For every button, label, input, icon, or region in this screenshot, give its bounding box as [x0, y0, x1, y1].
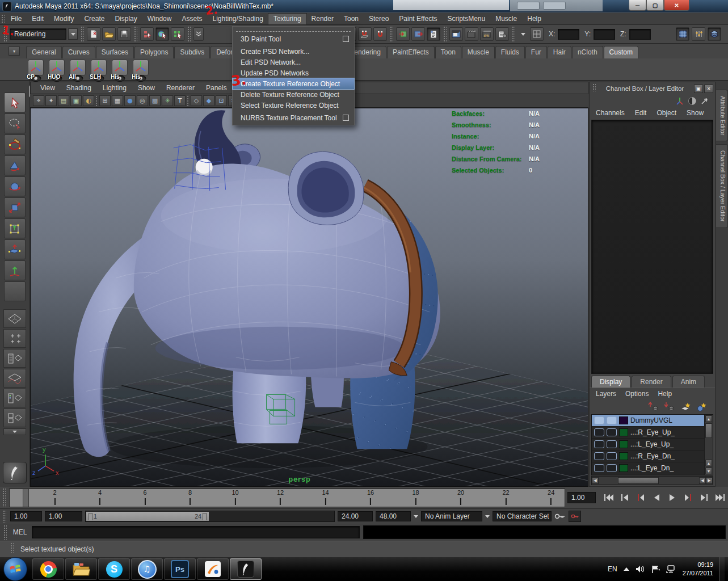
network-icon[interactable] — [666, 565, 676, 573]
action-center-flag-icon[interactable] — [651, 565, 660, 573]
layer-visibility-toggle[interactable] — [594, 416, 604, 424]
show-manipulator-tool[interactable] — [4, 260, 26, 280]
character-set-field[interactable]: No Character Set — [493, 511, 552, 521]
playback-options-dropdown-icon[interactable] — [414, 515, 418, 518]
layer-editor-menu-item[interactable]: Layers — [592, 389, 620, 398]
tray-expand-icon[interactable] — [624, 567, 629, 571]
layer-horizontal-scrollbar[interactable]: ◀ ◀ ▶ — [591, 476, 713, 485]
texturing-menu-item[interactable]: Delete Texture Reference Object — [233, 89, 354, 100]
layer-color-swatch[interactable] — [619, 428, 628, 436]
layer-editor-menu-item[interactable]: Help — [654, 389, 676, 398]
select-tool[interactable] — [4, 92, 26, 112]
menu-item[interactable]: Display — [110, 14, 142, 24]
step-forward-key-button[interactable] — [681, 491, 695, 504]
menu-tearoff-handle[interactable] — [236, 28, 351, 32]
command-language-label[interactable]: MEL — [11, 528, 28, 536]
group-grip-6[interactable] — [512, 26, 515, 42]
play-forwards-button[interactable] — [665, 491, 679, 504]
maximize-button[interactable]: ▢ — [646, 0, 664, 11]
show-desktop-button[interactable] — [719, 557, 725, 581]
range-bar[interactable]: 1 24 — [86, 512, 209, 521]
grid-icon[interactable]: ⊞ — [99, 95, 111, 106]
texturing-menu-item[interactable]: Select Texture Reference Object — [233, 100, 354, 111]
viewport-canvas[interactable]: y x z persp Backfaces: N/A Smoothness: N… — [30, 108, 588, 487]
command-result[interactable] — [363, 525, 726, 539]
shelf-tab[interactable]: Surfaces — [96, 46, 134, 58]
scroll-thumb[interactable] — [705, 423, 712, 438]
shelf-item-all[interactable]: All — [68, 60, 87, 79]
layout-more-dropdown[interactable] — [3, 428, 26, 435]
go-to-end-button[interactable] — [713, 491, 727, 504]
taskbar-app-skype[interactable]: S — [98, 558, 130, 580]
rangeslider-grip[interactable] — [3, 510, 6, 523]
scroll-right-icon[interactable]: ▶ — [706, 477, 713, 484]
menu-item[interactable]: Stereo — [364, 14, 394, 24]
volume-icon[interactable] — [636, 565, 645, 573]
layer-editor-tab[interactable]: Anim — [672, 376, 705, 388]
save-scene-button[interactable] — [117, 27, 131, 41]
hscroll-thumb[interactable] — [618, 477, 659, 484]
layer-editor-tab[interactable]: Display — [591, 376, 630, 388]
isolate-select-icon[interactable]: ◇ — [191, 95, 202, 106]
step-back-key-button[interactable] — [633, 491, 647, 504]
panel-close-icon[interactable]: ✕ — [704, 85, 713, 93]
snap-to-planes-icon[interactable] — [358, 27, 372, 41]
panel-float-icon[interactable]: ▣ — [694, 85, 703, 93]
channel-box-menu-item[interactable]: Show — [683, 108, 708, 117]
paint-selection-tool[interactable] — [4, 134, 26, 154]
camera-attributes-icon[interactable]: ✦ — [45, 95, 57, 106]
texturing-menu-item[interactable]: Create PSD Network... — [233, 46, 354, 57]
option-box-icon[interactable] — [343, 36, 349, 42]
subdiv-preview-icon[interactable]: ⊡ — [216, 95, 227, 106]
shelf-item-slh[interactable]: SLH — [89, 60, 108, 79]
bookmark-icon[interactable]: ▤ — [58, 95, 69, 106]
wireframe-mode-icon[interactable]: ◎ — [137, 95, 148, 106]
channel-box-menu-item[interactable]: Edit — [631, 108, 651, 117]
select-object-icon[interactable] — [155, 27, 169, 41]
xray-icon[interactable]: ▩ — [149, 95, 161, 106]
universal-manipulator-tool[interactable] — [4, 218, 26, 238]
auto-keyframe-toggle[interactable] — [569, 511, 581, 522]
shelf-item-his-2[interactable]: His — [131, 60, 150, 79]
layer-editor-tab[interactable]: Render — [632, 376, 671, 388]
y-input[interactable] — [594, 29, 615, 40]
layout-graph-editor[interactable] — [3, 369, 26, 388]
menu-item[interactable]: Texturing — [268, 14, 306, 24]
sidebar-vertical-tab[interactable]: Attribute Editor — [716, 90, 728, 141]
sidebar-vertical-tab[interactable]: Channel Box / Layer Editor — [716, 144, 728, 228]
ipr-render-icon[interactable]: IPR — [480, 27, 494, 41]
layer-playback-toggle[interactable] — [607, 416, 617, 424]
menu-item[interactable]: ScriptsMenu — [443, 14, 491, 24]
texturing-menu-item[interactable]: Update PSD Networks — [233, 68, 354, 78]
soft-modification-tool[interactable] — [4, 239, 26, 259]
panel-menu-item[interactable]: Lighting — [98, 83, 132, 93]
show-channel-box-toggle[interactable] — [676, 27, 689, 41]
texturing-menu-item[interactable]: 3D Paint Tool — [233, 33, 354, 44]
panel-menu-item[interactable]: Renderer — [161, 83, 200, 93]
menu-item[interactable]: Render — [306, 14, 339, 24]
layout-four-view[interactable] — [3, 329, 26, 348]
go-to-start-button[interactable] — [601, 491, 616, 504]
playback-end-field[interactable]: 24.00 — [338, 511, 373, 521]
render-settings-icon[interactable] — [495, 27, 509, 41]
panel-menu-item[interactable]: Shading — [61, 83, 96, 93]
panel-toolbar-icon[interactable] — [95, 95, 98, 107]
smooth-shade-icon[interactable]: ◆ — [203, 95, 214, 106]
shelf-tab-selector-icon[interactable]: ▾ — [9, 47, 20, 56]
shelf-item-his-1[interactable]: His — [110, 60, 129, 79]
helpline-grip[interactable] — [10, 542, 14, 553]
shelf-tab[interactable]: Polygons — [134, 46, 174, 58]
step-forward-frame-button[interactable] — [697, 491, 711, 504]
shaded-mode-icon[interactable]: ● — [124, 95, 136, 106]
layout-single-perspective[interactable] — [3, 309, 26, 328]
render-current-frame-icon[interactable] — [465, 27, 478, 41]
taskbar-app-photoshop[interactable]: Ps — [164, 558, 196, 580]
current-time-field[interactable]: 1.00 — [567, 492, 596, 503]
playback-start-field[interactable]: 1.00 — [45, 511, 82, 521]
new-scene-button[interactable] — [87, 27, 100, 41]
panel-toolbar-icon[interactable] — [187, 95, 190, 107]
layer-color-swatch[interactable] — [619, 416, 628, 424]
select-component-icon[interactable] — [171, 27, 184, 41]
cmdline-grip[interactable] — [3, 525, 7, 540]
show-tool-settings-toggle[interactable] — [692, 27, 705, 41]
